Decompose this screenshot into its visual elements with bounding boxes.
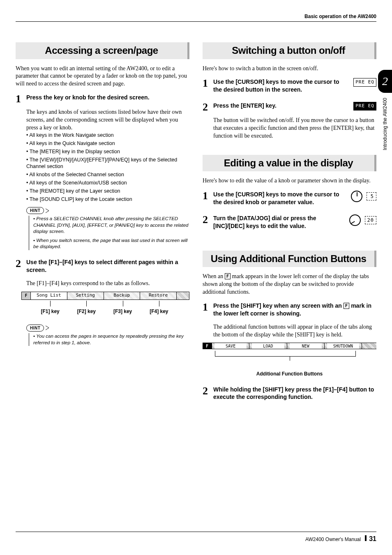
knob-value-20-illustration: 20 [349,214,376,226]
manual-title: AW2400 Owner's Manual [305,536,361,543]
value-box: 5 [367,192,376,200]
f-mark-icon: F [203,343,212,349]
header-rule [16,21,376,22]
knob-value-5-illustration: 5 [351,191,376,202]
left-column: Accessing a screen/page When you want to… [16,42,189,407]
step-number: 2 [203,102,210,113]
header-section-title: Basic operation of the AW2400 [16,13,376,20]
right-column: Switching a button on/off Here's how to … [203,42,376,407]
chapter-badge: 2 [378,70,392,93]
heading-editing-value: Editing a value in the display [203,155,376,171]
list-item: The [VIEW]/[DYN]/[AUX]/[EFFET]/[PAN/EQ] … [26,157,189,170]
tab-backup: Backup [104,292,141,299]
value-box: 20 [365,216,376,224]
list-item: All keys of the Scene/Automix/USB sectio… [26,180,189,187]
tabs-trail [177,292,189,299]
heading-accessing: Accessing a screen/page [16,42,189,59]
tab-setting: Setting [67,292,104,299]
tabs-row: F Song List Setting Backup Restore [21,292,189,300]
step-number: 2 [16,258,23,276]
chevron-right-icon [45,208,51,214]
switching-step-2: 2 Press the [ENTER] key. [203,102,349,113]
accessing-step-1: 1 Press the key or knob for the desired … [16,94,189,104]
step-number: 1 [203,191,210,208]
heading-switching: Switching a button on/off [203,42,376,59]
page-footer: AW2400 Owner's Manual 31 [16,532,376,543]
hint-label: HINT [26,325,44,332]
intro-text-a: When an [203,273,225,279]
tabs-key-labels: [F1] key [F2] key [F3] key [F4] key [21,301,189,315]
step-title: Press the [SHIFT] key when any screen wi… [213,302,376,318]
hint-text: You can access the pages in sequence by … [33,333,189,346]
page-number: 31 [369,534,376,543]
pre-eq-box: PRE EQ [353,78,376,87]
editing-intro: Here's how to edit the value of a knob o… [203,177,376,185]
additional-intro: When an F mark appears in the lower left… [203,273,376,296]
heading-additional-functions: Using Additional Function Buttons [203,251,376,267]
tab-song-list: Song List [31,292,67,299]
hint-block-2: You can access the pages in sequence by … [29,333,189,346]
knob-icon [351,191,362,202]
f-mark-icon: F [225,273,231,279]
step-title: Use the [F1]–[F4] keys to select differe… [26,258,189,274]
step-title: Use the [CURSOR] keys to move the cursor… [213,78,349,94]
hint-tag: HINT [26,207,189,214]
accessing-step2-text: The [F1]–[F4] keys correspond to the tab… [16,280,189,288]
accessing-step-2: 2 Use the [F1]–[F4] keys to select diffe… [16,258,189,276]
f1-key-label: [F1] key [32,301,68,315]
switching-step2-text: The button will be switched on/off. If y… [203,117,376,140]
additional-step-2: 2 While holding the [SHIFT] key press th… [203,386,376,403]
function-buttons-row: F SAVE LOAD NEW SHUTDOWN [203,343,376,349]
page-mark-icon [365,535,367,541]
pre-eq-on-illustration: PRE EQ [353,102,376,111]
list-item: The [REMOTE] key of the Layer section [26,188,189,195]
step-number: 1 [203,78,210,95]
accessing-step1-text: The keys and knobs of various sections l… [16,108,189,132]
f2-key-label: [F2] key [68,301,104,315]
additional-step-1: 1 Press the [SHIFT] key when any screen … [203,302,376,319]
switching-step-1: 1 Use the [CURSOR] keys to move the curs… [203,78,349,95]
list-item: All knobs of the Selected Channel sectio… [26,171,189,178]
step-title: Turn the [DATA/JOG] dial or press the [I… [213,214,345,230]
pre-eq-off-illustration: PRE EQ [353,78,376,87]
f-mark-icon: F [344,303,350,309]
f3-key-label: [F3] key [105,301,141,315]
hint-label: HINT [26,207,44,214]
func-new: NEW [287,343,324,349]
step-number: 2 [203,214,210,232]
func-load: LOAD [249,343,286,349]
step-title: Use the [CURSOR] keys to move the cursor… [213,191,347,206]
step-title: While holding the [SHIFT] key press the … [213,386,376,401]
func-trail [362,343,376,349]
accessing-intro: When you want to edit an internal settin… [16,65,189,88]
additional-step1-text: The additional function buttons will app… [203,323,376,339]
tabs-figure: F Song List Setting Backup Restore [F1] … [21,292,189,315]
f-mark-icon: F [22,292,31,299]
list-item: The [METER] key in the Display section [26,148,189,155]
editing-step-1: 1 Use the [CURSOR] keys to move the curs… [203,191,347,208]
function-buttons-caption: Additional Function Buttons [203,371,376,377]
hint-block-1: Press a SELECTED CHANNEL knob after pres… [29,216,189,250]
side-chapter-label: Introducing the AW2400 [382,98,388,150]
knob-icon [349,214,361,226]
switching-intro: Here's how to switch a button in the scr… [203,65,376,73]
f4-key-label: [F4] key [141,301,177,315]
hint-tag: HINT [26,325,189,332]
func-save: SAVE [212,343,249,349]
func-shutdown: SHUTDOWN [324,343,362,349]
step-title: Press the [ENTER] key. [213,102,349,110]
step-number: 1 [203,302,210,319]
step-title: Press the key or knob for the desired sc… [26,94,189,101]
pre-eq-box-inverted: PRE EQ [353,102,376,111]
key-bullet-list: All keys in the Work Navigate section Al… [16,132,189,203]
side-tab: 2 Introducing the AW2400 [378,70,392,150]
step-number: 2 [203,386,210,403]
hint-text: When you switch screens, the page that w… [33,237,189,250]
tab-restore: Restore [140,292,177,299]
chevron-right-icon [45,325,51,331]
step-number: 1 [16,94,23,104]
editing-step-2: 2 Turn the [DATA/JOG] dial or press the … [203,214,345,232]
list-item: All keys in the Work Navigate section [26,132,189,139]
list-item: The [SOUND CLIP] key of the Locate secti… [26,196,189,203]
step-title-a: Press the [SHIFT] key when any screen wi… [213,302,344,309]
